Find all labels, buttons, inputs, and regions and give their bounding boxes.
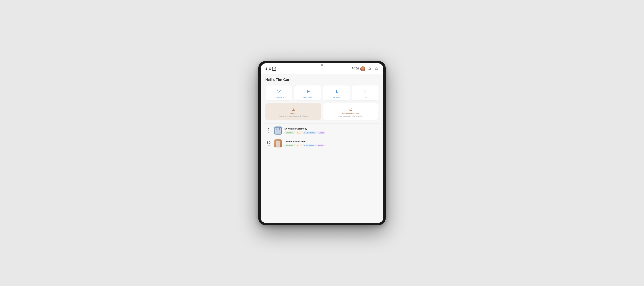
notification-button[interactable]	[368, 67, 372, 71]
camera-icon-wrapper	[276, 88, 282, 94]
audio-tracks-label: Audio tracks	[303, 96, 312, 98]
header-right: Tim Carr Pro+	[352, 66, 379, 71]
front-camera-label: Front camera	[274, 96, 284, 98]
bluetooth-icon	[363, 89, 367, 94]
panel-uploads-desc: Photo/video uploads will be shown here	[338, 115, 363, 117]
text-size-icon: T	[334, 89, 338, 94]
user-plan: Pro+	[352, 69, 359, 71]
download-icon-wrapper	[291, 107, 296, 111]
user-text: Tim Carr Pro+	[352, 67, 359, 71]
event-tags-toronto: Downloaded Pro+ 34 photos/videos 1 guest…	[284, 144, 379, 146]
help-circle-icon	[375, 67, 378, 70]
svg-point-2	[278, 91, 280, 92]
tag-guests-toronto: 1 guests	[316, 144, 324, 146]
event-day-toronto: 30	[266, 141, 270, 144]
language-icon-wrapper: T	[334, 88, 340, 94]
camera-icon	[277, 89, 281, 94]
event-thumb-toronto	[274, 139, 282, 147]
greeting-prefix: Hello	[265, 78, 274, 82]
tablet-screen: S O Tim Carr Pro+	[260, 63, 384, 223]
led-label: LED	[364, 96, 366, 98]
upload-icon-wrapper	[348, 107, 353, 111]
upload-icon	[349, 107, 353, 111]
language-label: Language	[333, 96, 340, 98]
event-info-ny: NY Awards Ceremony Downloaded Pro+ 385 p…	[284, 127, 379, 134]
bell-icon	[368, 67, 371, 70]
tag-photos-toronto: 34 photos/videos	[302, 144, 316, 146]
logo-text: S O	[265, 67, 272, 70]
tag-downloaded-toronto: Downloaded	[284, 144, 295, 146]
tool-grid: Front camera Audio tracks	[265, 85, 379, 100]
tool-audio-tracks[interactable]: Audio tracks	[294, 85, 321, 100]
tool-led[interactable]: LED	[352, 85, 379, 100]
panel-online[interactable]: Online Touch an event to start its asset…	[265, 103, 321, 120]
greeting-suffix: , Tim Carr	[274, 78, 291, 82]
greeting: Hello, Tim Carr	[265, 78, 379, 82]
panel-uploads: No uploads pending Photo/video uploads w…	[323, 103, 379, 120]
panel-row: Online Touch an event to start its asset…	[265, 103, 379, 120]
user-name: Tim Carr	[352, 67, 359, 69]
panel-uploads-status: No uploads pending	[342, 112, 360, 114]
event-day-ny: 2	[268, 128, 270, 132]
events-list: 2 Dec	[265, 124, 379, 150]
volume-icon	[306, 89, 310, 94]
download-icon	[292, 107, 295, 111]
bluetooth-icon-wrapper	[362, 88, 368, 94]
event-title-toronto: Toronto Ladies Night	[284, 140, 379, 143]
audio-icon-wrapper	[304, 88, 310, 94]
svg-text:T: T	[337, 91, 338, 93]
tablet-device: S O Tim Carr Pro+	[258, 61, 386, 225]
event-item-ny-awards[interactable]: 2 Dec	[265, 124, 379, 137]
event-title-ny: NY Awards Ceremony	[284, 127, 379, 130]
tag-photos-ny: 385 photos/videos	[302, 131, 316, 134]
tag-pro-ny: Pro+	[296, 131, 302, 134]
svg-point-0	[375, 67, 378, 70]
panel-online-status: Online	[290, 112, 296, 114]
screen-content: S O Tim Carr Pro+	[260, 63, 384, 223]
tool-front-camera[interactable]: Front camera	[265, 85, 292, 100]
user-info: Tim Carr Pro+	[352, 66, 365, 71]
tool-language[interactable]: T Language	[323, 85, 350, 100]
svg-marker-3	[306, 90, 308, 93]
logo-bracket-icon	[272, 67, 276, 71]
event-info-toronto: Toronto Ladies Night Downloaded Pro+ 34 …	[284, 140, 379, 146]
avatar[interactable]	[360, 66, 365, 71]
tag-pro-toronto: Pro+	[296, 144, 302, 146]
app-logo: S O	[265, 67, 276, 71]
event-thumb-img-toronto	[274, 139, 282, 147]
event-month-toronto: Nov	[267, 144, 270, 146]
tag-downloaded-ny: Downloaded	[284, 131, 295, 134]
event-item-toronto[interactable]: 30 Nov Toronto Lad	[265, 137, 379, 150]
avatar-face	[360, 66, 365, 71]
event-month-ny: Dec	[267, 132, 270, 133]
event-thumb-img-ny	[274, 126, 282, 135]
camera-notch	[321, 64, 323, 66]
main-content: Hello, Tim Carr Front camera	[260, 74, 384, 223]
event-thumb-ny	[274, 126, 282, 135]
event-date-ny: 2 Dec	[265, 128, 272, 133]
help-button[interactable]	[374, 67, 379, 71]
panel-online-desc: Touch an event to start its assets downl…	[279, 115, 308, 117]
tag-guests-ny: 1 guests	[317, 131, 325, 134]
event-tags-ny: Downloaded Pro+ 385 photos/videos 1 gues…	[284, 131, 379, 134]
event-date-toronto: 30 Nov	[265, 141, 272, 146]
